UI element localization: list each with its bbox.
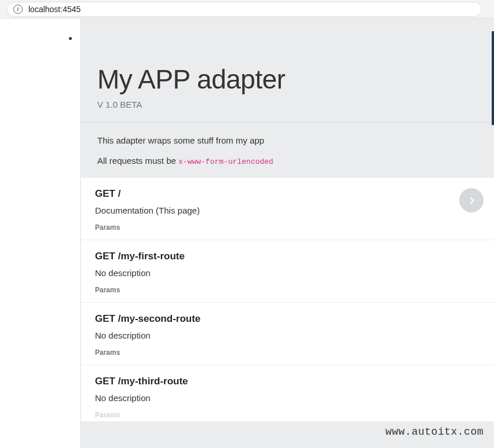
description-line-1: This adapter wraps some stuff from my ap… [97,135,477,145]
route-description: Documentation (This page) [95,205,480,215]
chevron-right-icon [467,197,474,204]
browser-address-bar-container: i localhost:4545 [0,0,494,19]
description-section: This adapter wraps some stuff from my ap… [80,123,494,178]
route-method-path: GET /my-first-route [95,251,480,262]
url-text: localhost:4545 [28,5,80,14]
route-card[interactable]: GET /my-third-route No description Param… [81,365,494,422]
route-method-path: GET /my-third-route [95,376,480,387]
main-panel: My APP adapter V 1.0 BETA This adapter w… [80,19,494,448]
route-method-path: GET /my-second-route [95,313,480,325]
info-icon: i [13,5,23,14]
page-title: My APP adapter [97,64,477,95]
route-description: No description [95,393,480,403]
desc-prefix: All requests must be [97,156,178,166]
route-method-path: GET / [95,188,480,200]
left-gutter [0,19,80,448]
route-description: No description [95,331,480,340]
route-description: No description [95,268,480,278]
route-card[interactable]: GET /my-first-route No description Param… [81,240,494,303]
route-params-label: Params [95,411,480,419]
header-section: My APP adapter V 1.0 BETA [80,19,494,123]
right-edge-accent [492,31,494,125]
route-card[interactable]: GET /my-second-route No description Para… [81,303,494,365]
route-params-label: Params [95,223,480,232]
route-card[interactable]: GET / Documentation (This page) Params [81,178,494,240]
description-line-2: All requests must be x-www-form-urlencod… [97,156,477,166]
route-params-label: Params [95,286,480,294]
address-bar[interactable]: i localhost:4545 [7,2,482,17]
content-type-code: x-www-form-urlencoded [178,157,273,166]
watermark-text: www.autoitx.com [385,426,484,438]
decorative-dot [69,37,72,40]
expand-button[interactable] [459,188,484,212]
content-wrapper: My APP adapter V 1.0 BETA This adapter w… [0,19,494,448]
route-params-label: Params [95,348,480,357]
version-label: V 1.0 BETA [97,100,477,109]
routes-list: GET / Documentation (This page) Params G… [81,178,494,422]
